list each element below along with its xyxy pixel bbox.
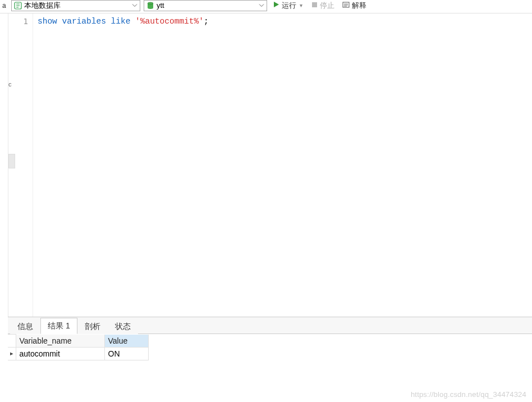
tab-info[interactable]: 信息 xyxy=(10,318,40,334)
connection-dropdown[interactable]: 本地数据库 xyxy=(11,0,140,11)
explain-icon xyxy=(342,1,350,10)
cell-value[interactable]: ON xyxy=(104,347,148,360)
stop-label: 停止 xyxy=(320,1,334,11)
column-header[interactable]: Variable_name xyxy=(16,335,104,348)
cell-variable-name[interactable]: autocommit xyxy=(16,347,104,360)
current-row-indicator: ▸ xyxy=(8,347,16,360)
connection-icon xyxy=(14,2,22,10)
stop-button: 停止 xyxy=(309,0,337,11)
run-dropdown-indicator[interactable]: ▾ xyxy=(299,2,304,8)
sql-punct: ; xyxy=(204,17,209,26)
play-icon xyxy=(273,1,279,10)
run-label: 运行 xyxy=(282,1,296,11)
left-collapsed-panel[interactable] xyxy=(8,154,15,168)
chevron-down-icon xyxy=(259,1,264,10)
explain-label: 解释 xyxy=(352,1,366,11)
tab-status[interactable]: 状态 xyxy=(108,318,138,334)
database-label: ytt xyxy=(157,1,256,10)
sql-keyword: like xyxy=(111,17,131,26)
code-content[interactable]: show variables like '%autocommit%'; xyxy=(33,13,532,317)
column-header[interactable]: Value xyxy=(104,335,148,348)
left-stub-c: c xyxy=(8,81,12,88)
watermark: https://blog.csdn.net/qq_34474324 xyxy=(411,390,526,399)
database-icon xyxy=(146,2,154,10)
run-button[interactable]: 运行 ▾ xyxy=(270,0,306,11)
svg-rect-3 xyxy=(312,2,317,7)
sql-keyword: variables xyxy=(62,17,106,26)
svg-rect-4 xyxy=(343,2,349,7)
toolbar: a 本地数据库 ytt 运行 ▾ 停止 解释 xyxy=(0,0,532,13)
result-grid[interactable]: Variable_name Value ▸ autocommit ON xyxy=(8,334,149,360)
chevron-down-icon xyxy=(132,1,137,10)
table-row[interactable]: ▸ autocommit ON xyxy=(8,347,148,360)
row-indicator-header xyxy=(8,335,16,348)
stop-icon xyxy=(311,1,318,10)
connection-label: 本地数据库 xyxy=(24,1,130,11)
sql-editor[interactable]: c 1 show variables like '%autocommit%'; xyxy=(8,13,532,317)
tab-profile[interactable]: 剖析 xyxy=(77,318,108,334)
explain-button[interactable]: 解释 xyxy=(340,0,369,11)
left-edge-stub: a xyxy=(2,2,8,10)
grid-header-row: Variable_name Value xyxy=(8,335,148,348)
database-dropdown[interactable]: ytt xyxy=(144,0,267,11)
tab-result[interactable]: 结果 1 xyxy=(40,318,77,334)
line-number: 1 xyxy=(8,17,28,26)
sql-keyword: show xyxy=(38,17,57,26)
results-pane: 信息 结果 1 剖析 状态 Variable_name Value ▸ auto… xyxy=(8,317,532,360)
sql-string: '%autocommit%' xyxy=(135,17,204,26)
result-tabs: 信息 结果 1 剖析 状态 xyxy=(8,317,532,334)
